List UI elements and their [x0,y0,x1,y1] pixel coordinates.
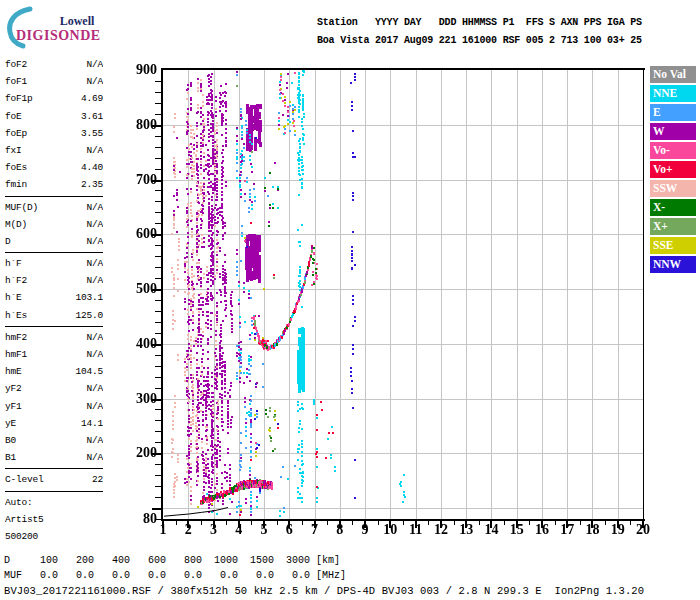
param-label: Artist5 [5,511,44,528]
echo-direction-legend: No ValNNEEWVo-Vo+SSWX-X+SSENNW [650,66,696,275]
param-value: 125.0 [75,307,103,324]
param-row: h`Es125.0 [5,307,103,324]
param-row: h`E103.1 [5,289,103,306]
x-axis-label-6: 6 [276,523,302,537]
legend-item-w: W [650,123,696,140]
param-row: yE14.1 [5,415,103,432]
lowell-digisonde-logo: Lowell DIGISONDE [6,4,126,50]
param-value: N/A [86,233,103,250]
param-row: foF2N/A [5,56,103,73]
legend-item-nne: NNE [650,85,696,102]
param-label: M(D) [5,216,27,233]
param-label: h`Es [5,307,27,324]
legend-item-ssw: SSW [650,180,696,197]
x-axis-label-1: 1 [150,523,176,537]
x-axis-label-2: 2 [175,523,201,537]
param-row: foF1N/A [5,73,103,90]
param-row: fxIN/A [5,142,103,159]
param-label: h`E [5,289,22,306]
param-row: M(D)N/A [5,216,103,233]
logo-digisonde: DIGISONDE [16,28,126,44]
measurement-header: Station YYYY DAY DDD HHMMSS P1 FFS S AXN… [317,14,642,50]
param-row: hmF2N/A [5,329,103,346]
y-axis-label-600: 600 [123,227,157,241]
param-label: Auto: [5,494,33,511]
header-columns-line: Station YYYY DAY DDD HHMMSS P1 FFS S AXN… [317,14,642,32]
x-axis-label-11: 11 [403,523,429,537]
param-row: Artist5 [5,511,103,528]
param-value: 104.5 [75,363,103,380]
digisonde-ionogram-viewer: Lowell DIGISONDE Station YYYY DAY DDD HH… [0,0,700,600]
param-label: hmF2 [5,329,27,346]
param-label: yF1 [5,398,22,415]
param-row: B1N/A [5,449,103,466]
param-row: yF2N/A [5,380,103,397]
legend-item-nnw: NNW [650,256,696,273]
logo-lowell: Lowell [44,14,110,29]
x-axis-label-7: 7 [302,523,328,537]
x-axis-label-17: 17 [554,523,580,537]
param-row: C-level22 [5,471,103,488]
param-row: h`F2N/A [5,272,103,289]
param-label: fxI [5,142,22,159]
param-label: h`F [5,255,22,272]
y-axis-label-300: 300 [123,392,157,406]
x-axis-label-12: 12 [428,523,454,537]
x-axis-label-13: 13 [453,523,479,537]
param-value: 3.55 [81,125,103,142]
param-row: hmF1N/A [5,346,103,363]
param-label: foEs [5,159,27,176]
param-section-divider [5,252,103,253]
param-label: hmF1 [5,346,27,363]
param-row: foEs4.40 [5,159,103,176]
x-axis-label-8: 8 [327,523,353,537]
param-label: foF1 [5,73,27,90]
param-label: foE [5,108,22,125]
param-label: foF2 [5,56,27,73]
param-value: 4.40 [81,159,103,176]
x-axis-label-5: 5 [251,523,277,537]
legend-item-x+: X+ [650,218,696,235]
param-row: foE3.61 [5,108,103,125]
param-value: 14.1 [81,415,103,432]
param-label: B0 [5,432,16,449]
param-row: h`FN/A [5,255,103,272]
legend-item-x-: X- [650,199,696,216]
legend-item-vo+: Vo+ [650,161,696,178]
legend-item-noval: No Val [650,66,696,83]
ionogram-plot-canvas [138,58,650,536]
param-row: Auto: [5,494,103,511]
x-axis-label-14: 14 [478,523,504,537]
param-section-divider [5,326,103,327]
param-value: 22 [92,471,103,488]
param-value: N/A [86,432,103,449]
param-value: N/A [86,216,103,233]
legend-item-e: E [650,104,696,121]
param-label: hmE [5,363,22,380]
param-value: N/A [86,199,103,216]
y-axis-label-700: 700 [123,173,157,187]
legend-item-vo-: Vo- [650,142,696,159]
x-axis-label-4: 4 [226,523,252,537]
param-label: foF1p [5,90,33,107]
param-value: N/A [86,329,103,346]
param-value: N/A [86,380,103,397]
param-row: MUF(D)N/A [5,199,103,216]
param-label: foEp [5,125,27,142]
y-axis-label-400: 400 [123,337,157,351]
param-value: N/A [86,398,103,415]
x-axis-label-9: 9 [352,523,378,537]
param-label: B1 [5,449,16,466]
param-row: foF1p4.69 [5,90,103,107]
param-label: C-level [5,471,44,488]
x-axis-label-19: 19 [605,523,631,537]
param-section-divider [5,491,103,492]
legend-item-sse: SSE [650,237,696,254]
scaled-parameters-panel: foF2N/AfoF1N/AfoF1p4.69foE3.61foEp3.55fx… [5,56,103,545]
x-axis-label-16: 16 [529,523,555,537]
x-axis-label-10: 10 [377,523,403,537]
param-label: yF2 [5,380,22,397]
param-value: 2.35 [81,176,103,193]
param-label: D [5,233,11,250]
x-axis-label-15: 15 [504,523,530,537]
